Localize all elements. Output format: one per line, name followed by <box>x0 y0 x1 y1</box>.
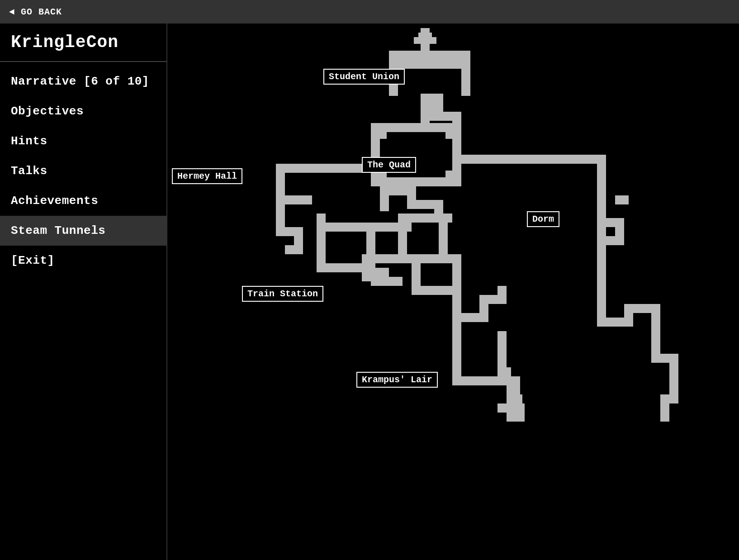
sidebar-item-achievements[interactable]: Achievements <box>0 186 166 216</box>
svg-rect-34 <box>615 195 629 204</box>
svg-rect-21 <box>452 112 461 125</box>
app-title: KringleCon <box>0 24 166 62</box>
svg-rect-18 <box>380 171 387 177</box>
svg-rect-19 <box>445 171 452 177</box>
sidebar-item-steam-tunnels[interactable]: Steam Tunnels <box>0 216 166 246</box>
sidebar-item-exit[interactable]: [Exit] <box>0 246 166 275</box>
sidebar-item-narrative[interactable]: Narrative [6 of 10] <box>0 66 166 96</box>
svg-rect-71 <box>421 200 443 209</box>
go-back-button[interactable]: ◄ GO BACK <box>9 7 62 17</box>
svg-rect-81 <box>497 331 507 381</box>
svg-rect-28 <box>285 245 303 254</box>
sidebar-item-objectives[interactable]: Objectives <box>0 96 166 126</box>
svg-rect-4 <box>389 60 470 69</box>
top-bar: ◄ GO BACK <box>0 0 739 24</box>
svg-rect-33 <box>615 218 624 236</box>
map-area: .wall { fill: #b8b8b8; stroke: none; } <box>167 24 739 560</box>
svg-rect-17 <box>445 132 452 139</box>
main-layout: KringleCon Narrative [6 of 10]Objectives… <box>0 24 739 560</box>
svg-rect-8 <box>421 28 430 35</box>
svg-rect-11 <box>430 103 443 112</box>
svg-rect-79 <box>452 322 461 385</box>
svg-rect-30 <box>461 155 606 164</box>
svg-rect-73 <box>380 186 389 211</box>
sidebar: KringleCon Narrative [6 of 10]Objectives… <box>0 24 167 560</box>
svg-rect-64 <box>497 286 507 297</box>
svg-rect-16 <box>380 132 387 139</box>
svg-rect-42 <box>669 354 678 399</box>
svg-rect-14 <box>452 123 461 186</box>
svg-rect-50 <box>439 214 448 259</box>
svg-rect-77 <box>317 223 371 232</box>
sidebar-item-talks[interactable]: Talks <box>0 156 166 186</box>
svg-rect-49 <box>398 214 407 259</box>
svg-rect-13 <box>371 123 380 186</box>
map-svg: .wall { fill: #b8b8b8; stroke: none; } <box>167 24 739 560</box>
svg-rect-44 <box>660 394 669 422</box>
svg-rect-24 <box>276 195 312 204</box>
svg-rect-22 <box>276 164 373 173</box>
svg-rect-36 <box>597 245 606 327</box>
svg-rect-70 <box>507 413 525 422</box>
svg-rect-35 <box>606 218 615 227</box>
svg-rect-31 <box>597 155 606 245</box>
svg-rect-32 <box>597 236 624 245</box>
svg-rect-74 <box>317 214 326 268</box>
svg-rect-59 <box>412 254 461 263</box>
sidebar-item-hints[interactable]: Hints <box>0 126 166 156</box>
svg-rect-78 <box>366 223 412 232</box>
sidebar-nav: Narrative [6 of 10]ObjectivesHintsTalksA… <box>0 66 166 275</box>
svg-rect-9 <box>421 94 443 103</box>
svg-rect-12 <box>371 123 461 132</box>
